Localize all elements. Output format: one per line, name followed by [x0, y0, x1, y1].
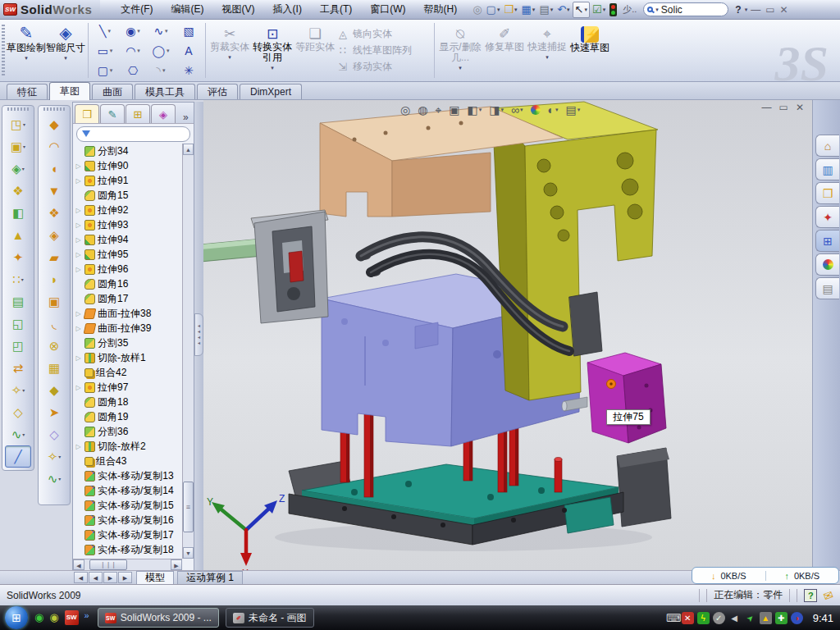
taskbar-task-button[interactable]: SW SolidWorks 2009 - ...	[98, 608, 219, 628]
tree-item[interactable]: 实体-移动/复制16	[75, 513, 182, 527]
pattern-tool-button[interactable]: ⇲ 移动实体	[336, 60, 431, 74]
slot-tool-icon[interactable]: ▢ ▾	[91, 61, 119, 80]
spline-tool-icon[interactable]: ∿ ▾	[147, 21, 175, 41]
tree-item[interactable]: 圆角17	[75, 291, 182, 306]
menu-item[interactable]: 窗口(W)	[361, 0, 414, 19]
viewport-3d-model[interactable]: Y Z X	[203, 100, 812, 570]
window-restore-button[interactable]: ▭	[765, 4, 774, 16]
tree-item[interactable]: 分割35	[75, 336, 182, 350]
tab-nav-button[interactable]: ▶	[103, 572, 117, 583]
tree-horizontal-scrollbar[interactable]: ◀ ❘❘❘ ▶	[73, 559, 182, 570]
feature-tool-button[interactable]: ◈ ▾	[41, 224, 67, 246]
search-box[interactable]: ▾ Solic	[643, 2, 728, 16]
expand-arrow-icon[interactable]	[75, 354, 82, 362]
feature-tool-button[interactable]: ▦ ▾	[41, 357, 67, 379]
menu-item[interactable]: 工具(T)	[311, 0, 361, 19]
document-tab[interactable]: 模型	[136, 571, 174, 584]
feature-tool-button[interactable]: ✦ ▾	[5, 246, 31, 268]
display-style-icon[interactable]: ◨ ▾	[489, 103, 504, 116]
hide-show-items-icon[interactable]: ∞ ▾	[511, 103, 523, 116]
taskbar-task-button[interactable]: ✐ 未命名 - 画图	[226, 608, 314, 628]
toolbar-drag-handle[interactable]	[43, 107, 65, 111]
scroll-right-button[interactable]: ▶	[171, 559, 182, 570]
tree-item[interactable]: 实体-移动/复制15	[75, 498, 182, 513]
feature-tool-button[interactable]: ▣ ▾	[5, 135, 31, 158]
expand-arrow-icon[interactable]	[75, 207, 82, 214]
tree-item[interactable]: 组合42	[75, 365, 182, 380]
tree-vertical-scrollbar[interactable]: ▲ ▼	[182, 144, 194, 559]
volume-tray-icon[interactable]: ◀	[728, 612, 741, 624]
feature-tool-button[interactable]: ◰ ▾	[5, 335, 31, 357]
repair-sketch-button[interactable]: ✐ 修复草图	[483, 20, 526, 81]
dropdown-arrow-icon[interactable]: ▾	[23, 144, 25, 149]
feature-tool-button[interactable]: ◟ ▾	[41, 313, 67, 335]
expand-arrow-icon[interactable]	[75, 221, 82, 229]
help-dropdown-icon[interactable]: ▾	[745, 7, 748, 13]
feature-tool-button[interactable]: ◗ ▾	[41, 268, 67, 290]
menu-item[interactable]: 编辑(E)	[162, 0, 213, 19]
command-tab[interactable]: 草图	[49, 82, 90, 100]
dropdown-arrow-icon[interactable]: ▾	[23, 121, 25, 127]
upload-tray-icon[interactable]: ➤	[742, 609, 759, 626]
filter-input[interactable]	[76, 126, 190, 142]
feature-tool-button[interactable]: ⊗ ▾	[41, 335, 67, 357]
apply-scene-icon[interactable]: ◐ ▾	[548, 103, 559, 116]
dropdown-arrow-icon[interactable]: ▾	[271, 65, 274, 71]
dropdown-arrow-icon[interactable]: ▾	[585, 7, 588, 13]
tree-item[interactable]: 实体-移动/复制18	[75, 542, 182, 557]
feature-tool-button[interactable]: ∿ ▾	[41, 468, 67, 490]
arc-tool-icon[interactable]: ◠ ▾	[119, 41, 147, 61]
feature-tool-button[interactable]: ▣ ▾	[41, 290, 67, 313]
dropdown-arrow-icon[interactable]: ▾	[58, 454, 61, 459]
feature-tool-button[interactable]: ▤ ▾	[5, 290, 31, 313]
tree-item[interactable]: 圆角15	[75, 188, 182, 203]
tree-item[interactable]: 圆角16	[75, 276, 182, 291]
panel-splitter-grip[interactable]: ◂◂◂◂	[194, 313, 203, 356]
feature-tool-button[interactable]: ◇ ▾	[5, 401, 31, 423]
dropdown-arrow-icon[interactable]: ▾	[110, 48, 113, 54]
feature-tool-button[interactable]: ❖ ▾	[5, 180, 31, 202]
edit-appearance-icon[interactable]: ● ▾	[531, 105, 541, 115]
document-close-button[interactable]: ✕	[796, 102, 804, 113]
update-tray-icon[interactable]: ✓	[713, 612, 725, 624]
task-pane-search-tab[interactable]: ●	[815, 253, 839, 276]
save-icon[interactable]: ▦ ▾	[520, 2, 537, 18]
task-pane-explorer-tab[interactable]: ⊞	[815, 230, 839, 252]
keyboard-tray-icon[interactable]: ⌨	[666, 612, 678, 624]
dropdown-arrow-icon[interactable]: ▾	[21, 276, 24, 282]
dropdown-arrow-icon[interactable]: ▾	[137, 28, 140, 34]
dropdown-arrow-icon[interactable]: ▾	[228, 54, 231, 61]
dropdown-arrow-icon[interactable]: ▾	[22, 166, 25, 171]
task-pane-palette-tab[interactable]: ▤	[815, 277, 839, 299]
window-close-button[interactable]: ✕	[780, 4, 788, 16]
tree-item[interactable]: 曲面-拉伸38	[75, 306, 182, 321]
command-tab[interactable]: DimXpert	[240, 84, 302, 99]
convert-entities-button[interactable]: ⊡ 转换实体引用 ▾	[251, 20, 294, 81]
featuremanager-tab[interactable]: ❒	[75, 104, 99, 123]
feature-tool-button[interactable]: ◳ ▾	[5, 113, 31, 135]
dropdown-arrow-icon[interactable]: ▾	[459, 65, 462, 71]
tree-item[interactable]: 拉伸93	[75, 217, 182, 232]
feature-tool-button[interactable]: ∷ ▾	[5, 268, 31, 290]
command-tab[interactable]: 特征	[7, 84, 48, 99]
pattern-box-tool-icon[interactable]: ▧ ▾	[175, 21, 203, 41]
dropdown-arrow-icon[interactable]: ▾	[22, 431, 25, 437]
dropdown-arrow-icon[interactable]: ▾	[567, 7, 570, 13]
line-tool-icon[interactable]: ╲ ▾	[91, 21, 119, 41]
menu-item[interactable]: 帮助(H)	[415, 0, 467, 19]
expand-arrow-icon[interactable]	[75, 266, 82, 273]
tree-item[interactable]: 圆角18	[75, 395, 182, 409]
start-button[interactable]: ⊞	[5, 606, 28, 629]
pattern-tool-button[interactable]: ◬ 镜向实体	[336, 27, 431, 41]
configurationmanager-tab[interactable]: ⊞	[126, 104, 150, 123]
tree-item[interactable]: 分割34	[75, 144, 182, 158]
expand-arrow-icon[interactable]	[75, 384, 82, 391]
taskbar-clock[interactable]: 9:41	[813, 612, 833, 624]
open-file-icon[interactable]: ❒ ▾	[502, 2, 518, 18]
command-tab[interactable]: 模具工具	[135, 84, 195, 99]
messenger-quicklaunch-icon[interactable]: ◉	[34, 611, 43, 624]
feature-tool-button[interactable]: ◆ ▾	[41, 379, 67, 401]
feature-tool-button[interactable]: ▲ ▾	[5, 224, 31, 246]
expand-arrow-icon[interactable]	[75, 325, 82, 332]
sketch-button[interactable]: ✎ 草图绘制 ▾	[7, 20, 46, 81]
